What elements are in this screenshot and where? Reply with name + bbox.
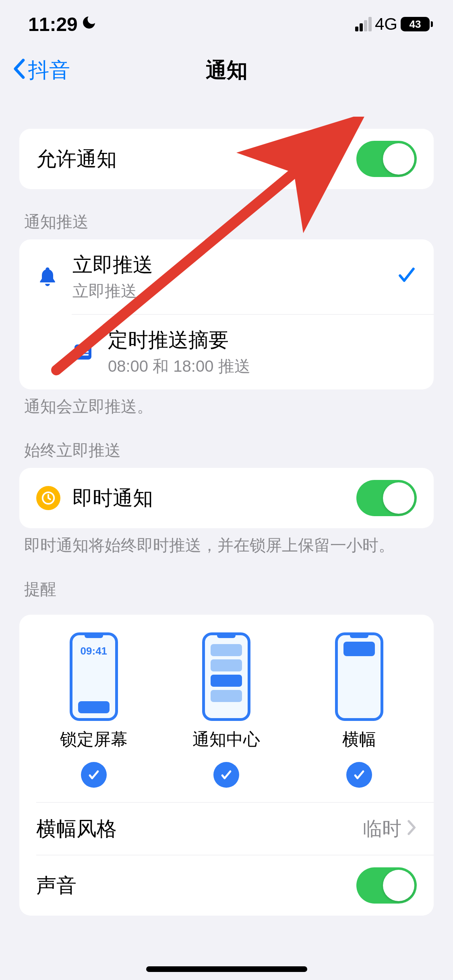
back-label: 抖音 [28, 56, 70, 84]
lock-screen-check-icon [81, 762, 107, 788]
battery-level-label: 43 [410, 18, 421, 31]
delivery-header: 通知推送 [19, 189, 434, 239]
immediate-delivery-row[interactable]: 立即推送 立即推送 [19, 239, 434, 314]
do-not-disturb-icon [81, 14, 97, 34]
banners-option[interactable]: 横幅 [294, 632, 425, 788]
newspaper-icon [72, 341, 108, 363]
home-indicator[interactable] [146, 966, 307, 972]
nav-header: 抖音 通知 [0, 40, 453, 101]
svg-rect-2 [77, 351, 89, 353]
alerts-group: 09:41 锁定屏幕 通知中心 [19, 615, 434, 916]
scheduled-summary-row[interactable]: 定时推送摘要 08:00 和 18:00 推送 [72, 314, 434, 389]
status-bar: 11:29 4G 43 [0, 0, 453, 40]
time-sensitive-toggle[interactable] [356, 480, 417, 516]
delivery-group: 立即推送 立即推送 定时推送摘要 08:00 和 18:00 推送 [19, 239, 434, 389]
status-time: 11:29 [28, 13, 78, 35]
alert-style-picker: 09:41 锁定屏幕 通知中心 [19, 615, 434, 802]
delivery-footer: 通知会立即推送。 [19, 389, 434, 418]
notification-center-glyph [202, 632, 250, 721]
notification-center-check-icon [213, 762, 239, 788]
time-sensitive-label: 即时通知 [72, 485, 356, 512]
chevron-right-icon [407, 818, 417, 840]
always-immediate-header: 始终立即推送 [19, 418, 434, 468]
banners-check-icon [346, 762, 372, 788]
allow-notifications-label: 允许通知 [36, 146, 356, 173]
immediate-delivery-title: 立即推送 [72, 251, 397, 278]
banner-style-value: 临时 [363, 816, 401, 842]
sound-row[interactable]: 声音 [19, 855, 434, 916]
checkmark-icon [397, 264, 417, 290]
lock-screen-option[interactable]: 09:41 锁定屏幕 [28, 632, 159, 788]
lock-screen-time-glyph: 09:41 [72, 645, 115, 657]
banners-label: 横幅 [342, 728, 376, 751]
lock-screen-glyph: 09:41 [70, 632, 118, 721]
network-type-label: 4G [375, 14, 397, 34]
battery-icon: 43 [401, 17, 433, 31]
cellular-signal-icon [355, 17, 372, 31]
sound-toggle[interactable] [356, 867, 417, 904]
banner-style-label: 横幅风格 [36, 815, 363, 842]
svg-rect-1 [77, 347, 84, 350]
notification-center-label: 通知中心 [192, 728, 260, 751]
immediate-delivery-sub: 立即推送 [72, 280, 397, 302]
bell-icon [36, 266, 72, 288]
clock-badge-icon [36, 486, 72, 510]
allow-notifications-toggle[interactable] [356, 141, 417, 177]
banners-glyph [335, 632, 383, 721]
sound-label: 声音 [36, 872, 356, 899]
banner-style-row[interactable]: 横幅风格 临时 [19, 803, 434, 855]
scheduled-summary-sub: 08:00 和 18:00 推送 [108, 355, 417, 377]
lock-screen-label: 锁定屏幕 [60, 728, 128, 751]
svg-rect-3 [77, 354, 89, 356]
page-title: 通知 [206, 56, 248, 84]
allow-notifications-group: 允许通知 [19, 129, 434, 189]
time-sensitive-row[interactable]: 即时通知 [19, 468, 434, 528]
always-immediate-footer: 即时通知将始终即时推送，并在锁屏上保留一小时。 [19, 528, 434, 556]
chevron-left-icon [12, 57, 26, 84]
notification-center-option[interactable]: 通知中心 [161, 632, 292, 788]
alerts-header: 提醒 [19, 556, 434, 607]
scheduled-summary-title: 定时推送摘要 [108, 327, 417, 354]
back-button[interactable]: 抖音 [12, 56, 70, 84]
always-immediate-group: 即时通知 [19, 468, 434, 528]
allow-notifications-row[interactable]: 允许通知 [19, 129, 434, 189]
